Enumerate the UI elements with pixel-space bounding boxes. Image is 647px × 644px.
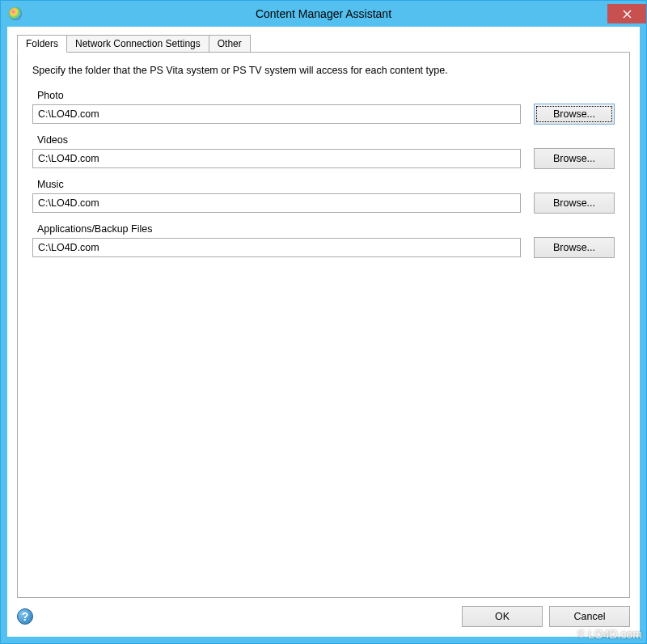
videos-browse-button[interactable]: Browse... [534,148,615,169]
backup-browse-button[interactable]: Browse... [534,237,615,258]
tab-other[interactable]: Other [209,35,251,52]
photo-browse-button[interactable]: Browse... [534,104,615,125]
tab-network[interactable]: Network Connection Settings [66,35,209,52]
folder-group-videos: Videos Browse... [32,134,615,169]
backup-label: Applications/Backup Files [37,223,615,235]
ok-button[interactable]: OK [462,606,543,627]
bottom-bar: ? OK Cancel [17,598,630,627]
music-label: Music [37,179,615,190]
photo-path-input[interactable] [32,104,521,124]
folder-row: Browse... [32,193,615,214]
folder-group-backup: Applications/Backup Files Browse... [32,223,615,258]
tab-strip: Folders Network Connection Settings Othe… [17,35,630,52]
videos-path-input[interactable] [32,149,521,168]
copyright-symbol: © [577,629,585,640]
folder-row: Browse... [32,237,615,258]
tab-panel-folders: Specify the folder that the PS Vita syst… [17,52,630,598]
backup-path-input[interactable] [32,238,521,257]
folder-row: Browse... [32,104,615,125]
content-area: Folders Network Connection Settings Othe… [1,27,646,643]
description-text: Specify the folder that the PS Vita syst… [32,64,615,78]
music-path-input[interactable] [32,193,521,213]
help-button[interactable]: ? [17,608,33,625]
photo-label: Photo [37,90,615,101]
watermark: © LO4D.com [577,628,642,641]
app-window: Content Manager Assistant Folders Networ… [0,0,647,644]
titlebar[interactable]: Content Manager Assistant [1,1,646,27]
dialog-buttons: OK Cancel [462,606,630,627]
tab-folders[interactable]: Folders [17,35,67,53]
videos-label: Videos [37,134,615,146]
app-icon [9,7,22,20]
folder-group-photo: Photo Browse... [32,90,615,125]
watermark-text: LO4D.com [588,628,642,641]
close-button[interactable] [607,4,646,23]
window-title: Content Manager Assistant [1,7,646,20]
folder-group-music: Music Browse... [32,179,615,214]
music-browse-button[interactable]: Browse... [534,193,615,214]
folder-row: Browse... [32,148,615,169]
close-icon [623,10,632,19]
cancel-button[interactable]: Cancel [549,606,630,627]
